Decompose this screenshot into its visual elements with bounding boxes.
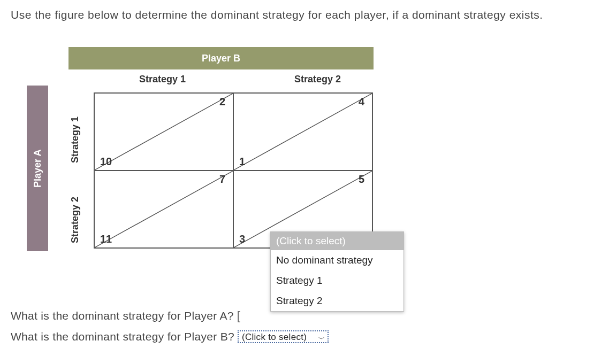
question-prompt: Use the figure below to determine the do…: [11, 9, 583, 21]
svg-line-1: [234, 94, 372, 170]
player-a-label: Player A: [27, 86, 48, 251]
row-strategy-1: Strategy 1: [70, 117, 81, 163]
svg-line-0: [95, 94, 233, 170]
payoff-b-r2c1: 7: [219, 173, 225, 185]
dropdown-option-no-dominant[interactable]: No dominant strategy: [271, 250, 403, 270]
row-strategy-2: Strategy 2: [70, 197, 81, 243]
col-strategy-1: Strategy 1: [139, 74, 186, 85]
cell-r1c1: 2 10: [94, 93, 233, 171]
question-a-text: What is the dominant strategy for Player…: [11, 309, 234, 322]
select-a-placeholder-edge[interactable]: [: [237, 309, 240, 323]
svg-line-2: [95, 171, 233, 247]
col-strategy-2: Strategy 2: [294, 74, 341, 85]
player-b-label: Player B: [68, 47, 374, 69]
payoff-b-r1c1: 2: [219, 96, 225, 108]
payoff-grid: 2 10 4 1 7 11 5 3: [94, 92, 373, 249]
payoff-matrix-figure: Player A Player B Strategy 1 Strategy 2 …: [27, 47, 583, 261]
select-player-b-value: (Click to select): [242, 332, 307, 342]
chevron-down-icon: ﹀: [318, 334, 325, 344]
payoff-b-r2c2: 5: [359, 173, 364, 185]
dropdown-option-strategy-1[interactable]: Strategy 1: [271, 270, 403, 291]
dropdown-option-strategy-2[interactable]: Strategy 2: [271, 291, 403, 311]
questions-block: What is the dominant strategy for Player…: [11, 309, 583, 343]
question-b-text: What is the dominant strategy for Player…: [11, 330, 234, 343]
select-player-b[interactable]: (Click to select) ﹀: [238, 330, 329, 343]
cell-r1c2: 4 1: [233, 93, 372, 171]
payoff-b-r1c2: 4: [359, 96, 364, 108]
payoff-a-r1c2: 1: [239, 156, 245, 168]
payoff-a-r1c1: 10: [100, 156, 112, 168]
payoff-a-r2c1: 11: [100, 233, 112, 245]
dropdown-header[interactable]: (Click to select): [271, 232, 403, 250]
cell-r2c1: 7 11: [94, 171, 233, 248]
payoff-a-r2c2: 3: [239, 233, 245, 245]
dropdown-menu-open[interactable]: (Click to select) No dominant strategy S…: [270, 231, 404, 312]
